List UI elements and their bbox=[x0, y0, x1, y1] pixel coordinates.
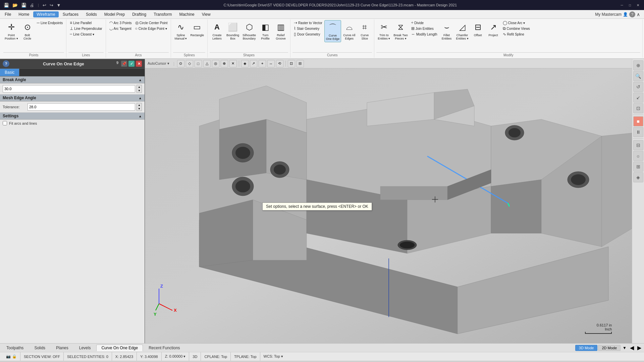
tolerance-up[interactable]: ▲ bbox=[137, 103, 142, 107]
ribbon-minimize-icon[interactable]: ∧ bbox=[637, 12, 640, 17]
line-parallel-button[interactable]: ≡ Line Parallel bbox=[68, 20, 103, 25]
tab-levels[interactable]: Levels bbox=[74, 345, 96, 351]
rp-view-shade[interactable]: ☼ bbox=[633, 151, 643, 161]
viewport[interactable]: AutoCursor ▾ | ⊙ ◇ □ △ ◎ ⊕ ✕ ◈ ↗ ⌖ ↔ ⟲ ⊡… bbox=[145, 59, 632, 343]
3d-mode-button[interactable]: 3D Mode bbox=[575, 345, 598, 351]
close-arc-button[interactable]: ◯ Close Arc ▾ bbox=[501, 20, 531, 25]
menu-home[interactable]: Home bbox=[15, 11, 33, 17]
curve-one-edge-button[interactable]: ⌒ CurveOne Edge bbox=[324, 20, 341, 42]
turn-profile-button[interactable]: ◧ TurnProfile bbox=[258, 20, 273, 42]
pin-button[interactable]: 📌 bbox=[121, 61, 127, 67]
scroll-left[interactable]: ◀ bbox=[629, 345, 635, 351]
z-coord-status[interactable]: Z: 0.00000 ▾ bbox=[162, 352, 190, 361]
circle-edge-point-button[interactable]: ○ Circle Edge Point ▾ bbox=[134, 26, 169, 31]
menu-machine[interactable]: Machine bbox=[176, 11, 198, 17]
tab-basic[interactable]: Basic bbox=[0, 69, 19, 76]
menu-wireframe[interactable]: Wireframe bbox=[33, 11, 58, 17]
menu-solids[interactable]: Solids bbox=[83, 11, 100, 17]
door-geometry-button[interactable]: ▯ Door Geometry bbox=[292, 32, 324, 37]
rp-zoom-window[interactable]: ⊡ bbox=[633, 103, 643, 113]
ac-btn-11[interactable]: ↔ bbox=[267, 60, 275, 67]
qa-save[interactable]: 💾 bbox=[3, 3, 10, 8]
silhouette-boundary-button[interactable]: ⬡ SilhouetteBoundary bbox=[241, 20, 257, 42]
curve-all-edges-button[interactable]: ⌓ Curve AllEdges bbox=[342, 20, 357, 42]
bounding-box-button[interactable]: ⬜ BoundingBox bbox=[225, 20, 240, 42]
project-button[interactable]: ↗ Project bbox=[486, 20, 501, 38]
line-endpoints-button[interactable]: ─ Line Endpoints bbox=[36, 20, 64, 25]
ok-button[interactable]: ✓ bbox=[128, 61, 135, 67]
trim-to-entities-button[interactable]: ✂ Trim toEntities ▾ bbox=[376, 20, 391, 42]
minimize-button[interactable]: ─ bbox=[619, 2, 625, 8]
rectangle-button[interactable]: ▭ Rectangle bbox=[189, 20, 205, 38]
ac-btn-9[interactable]: ↗ bbox=[250, 60, 257, 67]
ac-btn-3[interactable]: □ bbox=[195, 60, 202, 67]
tab-planes[interactable]: Planes bbox=[51, 345, 73, 351]
mesh-edge-angle-section[interactable]: Mesh Edge Angle ▲ bbox=[0, 95, 145, 102]
settings-section[interactable]: Settings ▲ bbox=[0, 113, 145, 120]
close-button[interactable]: ✕ bbox=[635, 2, 641, 8]
stair-geometry-button[interactable]: ⌇ Stair Geometry bbox=[292, 26, 324, 31]
chamfer-entities-button[interactable]: ◿ ChamferEntities ▾ bbox=[455, 20, 470, 42]
tab-toolpaths[interactable]: Toolpaths bbox=[1, 345, 29, 351]
rp-pause[interactable]: ⏸ bbox=[633, 127, 643, 137]
qa-save2[interactable]: 💾 bbox=[20, 3, 28, 8]
ac-btn-4[interactable]: △ bbox=[203, 60, 211, 67]
ac-btn-7[interactable]: ✕ bbox=[229, 60, 237, 67]
break-angle-input[interactable]: 30.0 bbox=[3, 85, 135, 93]
arc-3points-button[interactable]: ◠ Arc 3 Points bbox=[108, 20, 133, 25]
tab-curve-one-edge[interactable]: Curve On One Edge bbox=[96, 345, 143, 351]
create-letters-button[interactable]: A CreateLetters bbox=[210, 20, 224, 42]
break-angle-spinner[interactable]: ▲ ▼ bbox=[137, 85, 142, 93]
ac-btn-10[interactable]: ⌖ bbox=[259, 60, 266, 67]
join-entities-button[interactable]: ⊞ Join Entities bbox=[410, 26, 439, 31]
menu-surfaces[interactable]: Surfaces bbox=[59, 11, 82, 17]
break-angle-down[interactable]: ▼ bbox=[137, 89, 142, 93]
arc-tangent-button[interactable]: ◡ Arc Tangent bbox=[108, 26, 133, 31]
curve-slice-button[interactable]: ⌗ CurveSlice bbox=[357, 20, 372, 42]
ac-btn-8[interactable]: ◈ bbox=[241, 60, 249, 67]
offset-button[interactable]: ⊟ Offset bbox=[471, 20, 485, 38]
tab-recent-functions[interactable]: Recent Functions bbox=[144, 345, 185, 351]
modify-length-button[interactable]: ↔ Modify Length bbox=[410, 32, 439, 37]
point-position-button[interactable]: ✛ PointPosition ▾ bbox=[3, 20, 19, 42]
mode-dropdown[interactable]: ▼ bbox=[621, 346, 628, 350]
tolerance-down[interactable]: ▼ bbox=[137, 107, 142, 111]
fit-arcs-lines-checkbox[interactable] bbox=[3, 121, 7, 125]
relief-groove-button[interactable]: ▥ ReliefGroove bbox=[273, 20, 288, 42]
raster-to-vector-button[interactable]: ⇢ Raster to Vector bbox=[292, 20, 324, 25]
refit-spline-button[interactable]: ∿ Refit Spline bbox=[501, 32, 531, 37]
rp-rotate[interactable]: ↺ bbox=[633, 82, 643, 92]
2d-mode-button[interactable]: 2D Mode bbox=[598, 345, 621, 351]
menu-file[interactable]: File bbox=[1, 11, 14, 17]
menu-drafting[interactable]: Drafting bbox=[129, 11, 150, 17]
menu-modelprep[interactable]: Model Prep bbox=[101, 11, 128, 17]
rp-view-top[interactable]: ⊟ bbox=[633, 140, 643, 150]
qa-undo[interactable]: ↩ bbox=[42, 3, 47, 8]
break-two-pieces-button[interactable]: ⧖ Break TwoPieces ▾ bbox=[392, 20, 409, 42]
rp-snap[interactable]: ◈ bbox=[633, 172, 643, 182]
menu-transform[interactable]: Transform bbox=[150, 11, 175, 17]
wcs-status[interactable]: WCS: Top ▾ bbox=[260, 352, 286, 361]
panel-cancel-button[interactable]: ✕ bbox=[136, 61, 142, 67]
rp-stop[interactable]: ■ bbox=[633, 116, 643, 126]
tab-solids[interactable]: Solids bbox=[29, 345, 50, 351]
rp-view-wire[interactable]: ⊞ bbox=[633, 162, 643, 172]
ac-btn-13[interactable]: ⊡ bbox=[288, 60, 295, 67]
ac-btn-12[interactable]: ⟲ bbox=[276, 60, 283, 67]
tolerance-spinner[interactable]: ▲ ▼ bbox=[137, 103, 142, 111]
break-angle-section[interactable]: Break Angle ▲ bbox=[0, 76, 145, 83]
rp-zoom[interactable]: 🔍 bbox=[633, 71, 643, 81]
my-mastercam[interactable]: My Mastercam 👤 ? ∧ bbox=[592, 11, 643, 17]
menu-view[interactable]: View bbox=[199, 11, 214, 17]
line-perpendicular-button[interactable]: ⊥ Line Perpendicular bbox=[68, 26, 103, 31]
help-icon[interactable]: ? bbox=[629, 11, 635, 17]
spline-manual-button[interactable]: ∿ SplineManual ▾ bbox=[173, 20, 188, 42]
qa-redo[interactable]: ↪ bbox=[49, 3, 54, 8]
ac-btn-6[interactable]: ⊕ bbox=[221, 60, 228, 67]
line-closest-button[interactable]: ╌ Line Closest ▾ bbox=[68, 32, 103, 37]
ac-btn-2[interactable]: ◇ bbox=[186, 60, 193, 67]
ac-btn-14[interactable]: ⊟ bbox=[297, 60, 304, 67]
qa-dropdown[interactable]: ▼ bbox=[56, 3, 62, 8]
combine-views-button[interactable]: ⧉ Combine Views bbox=[501, 26, 531, 31]
ac-btn-5[interactable]: ◎ bbox=[212, 60, 219, 67]
